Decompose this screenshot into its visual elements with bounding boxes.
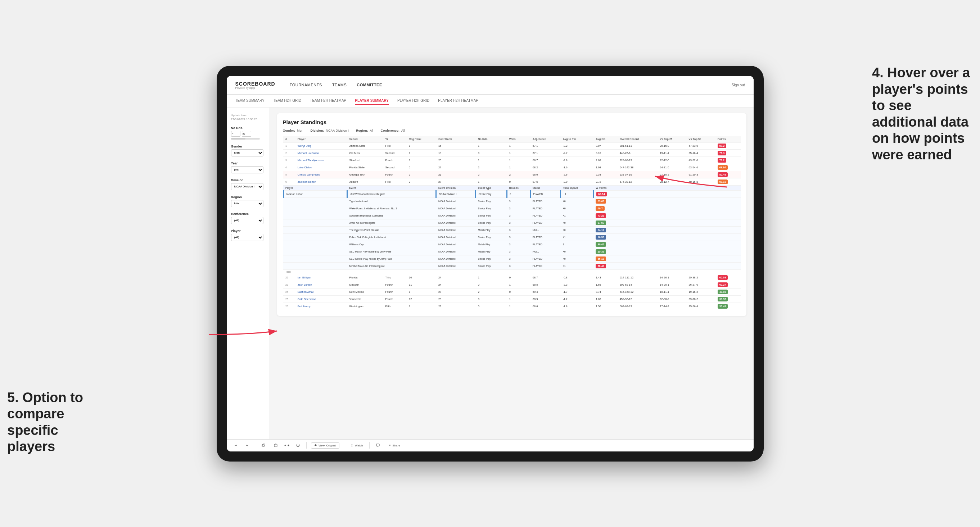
adj-score-cell: 68.0 xyxy=(530,171,561,178)
points-cell[interactable]: 40.02 xyxy=(716,288,741,295)
event-name: Mirabel Maui Jim Intercollegiate xyxy=(347,262,436,270)
toolbar-divider-3 xyxy=(344,442,344,449)
subnav-player-summary[interactable]: PLAYER SUMMARY xyxy=(355,97,389,105)
no-rds-min-input[interactable] xyxy=(231,131,240,137)
copy-button[interactable] xyxy=(259,443,267,448)
nav-committee[interactable]: COMMITTEE xyxy=(357,81,382,89)
overall-cell: 509-62-14 xyxy=(617,281,658,288)
event-wpoints[interactable]: 56.18 xyxy=(593,255,740,262)
table-row: 25 Cole Sherwood Vanderbilt Fourth 12 23… xyxy=(283,295,741,303)
points-cell[interactable]: 36.49 xyxy=(716,303,741,310)
event-status: NULL xyxy=(530,248,561,255)
player-select[interactable]: (All) xyxy=(231,234,263,241)
comment-button[interactable] xyxy=(374,443,382,448)
col-avg-par: Avg to Par xyxy=(561,136,594,143)
col-yr: Yr xyxy=(383,136,407,143)
yr-cell: First xyxy=(383,142,407,149)
event-wpoints[interactable]: 73.23 xyxy=(593,212,740,219)
event-division: NCAA Division I xyxy=(436,248,476,255)
redo-button[interactable]: ↪ xyxy=(243,443,250,448)
player-cell[interactable]: Christo Lamprecht xyxy=(296,171,347,178)
event-division: NCAA Division I xyxy=(436,197,476,205)
event-wpoints[interactable]: 30.47 xyxy=(593,241,740,248)
table-header-row: # Player School Yr Reg Rank Conf Rank No… xyxy=(283,136,741,143)
points-cell[interactable]: 60.27 xyxy=(716,281,741,288)
reg-rank-cell: 11 xyxy=(407,281,436,288)
subnav-team-summary[interactable]: TEAM SUMMARY xyxy=(235,97,265,104)
gender-select[interactable]: Men xyxy=(231,149,263,157)
event-wpoints[interactable]: 37.57 xyxy=(593,219,740,226)
adj-score-cell: 67.1 xyxy=(530,149,561,157)
vs25-cell: 19-11-1 xyxy=(657,149,686,157)
player-cell[interactable]: Cole Sherwood xyxy=(296,295,347,303)
share-button[interactable]: ↗ Share xyxy=(386,443,402,448)
event-division: NCAA Division I xyxy=(436,205,476,212)
subnav-player-h2h-grid[interactable]: PLAYER H2H GRID xyxy=(397,97,430,104)
sign-out-link[interactable]: Sign out xyxy=(732,83,745,87)
subnav-team-h2h-grid[interactable]: TEAM H2H GRID xyxy=(273,97,301,104)
points-cell[interactable]: 88.2 xyxy=(716,142,741,149)
annotation-5: 5. Option to compare specific players xyxy=(7,390,108,455)
vs25-cell: 10-11-1 xyxy=(657,288,686,295)
points-cell[interactable]: 79.2 xyxy=(716,157,741,163)
points-cell[interactable]: 30.95 xyxy=(716,295,741,303)
nav-tournaments[interactable]: TOURNAMENTS xyxy=(290,81,322,89)
avg-sg-cell: 1.68 xyxy=(593,281,617,288)
event-wpoints[interactable]: 25.36 xyxy=(593,248,740,255)
points-cell[interactable]: 60.68 xyxy=(716,274,741,281)
no-rds-label: No Rds. xyxy=(231,126,265,130)
update-time-value: 27/01/2024 16:56:26 xyxy=(231,117,265,121)
no-rds-cell: 2 xyxy=(476,171,507,178)
player-cell[interactable]: Jack Lundin xyxy=(296,281,347,288)
nav-teams[interactable]: TEAMS xyxy=(332,81,347,89)
view-original-button[interactable]: 👁 View: Original xyxy=(311,443,339,449)
player-cell[interactable]: Bastien Amat xyxy=(296,288,347,295)
table-row: 6 Jackson Kohon Auburn First 2 27 1 0 87… xyxy=(283,178,741,185)
reg-rank-cell: 1 xyxy=(407,142,436,149)
player-cell[interactable]: Ian Gilligan xyxy=(296,274,347,281)
event-wpoints[interactable]: 46.7 xyxy=(593,205,740,212)
player-cell[interactable]: Jackson Kohon xyxy=(296,178,347,185)
region-select[interactable]: N/A xyxy=(231,200,263,207)
player-cell[interactable]: Petr Hruby xyxy=(296,303,347,310)
event-wpoints[interactable]: 24.11 xyxy=(593,226,740,233)
points-cell[interactable]: 68.18 xyxy=(716,178,741,185)
clock-button[interactable] xyxy=(294,443,302,448)
reg-rank-cell: 7 xyxy=(407,303,436,310)
event-rounds: 3 xyxy=(507,255,530,262)
event-div-col: Event Division xyxy=(436,185,476,190)
sidebar-division: Division NCAA Division I xyxy=(231,178,265,190)
player-cell[interactable]: Michael La Sasso xyxy=(296,149,347,157)
watch-button[interactable]: ⏱ Watch xyxy=(348,443,365,448)
points-cell[interactable]: 76.3 xyxy=(716,149,741,157)
event-type: Match Play xyxy=(476,226,507,233)
subnav-team-h2h-heatmap[interactable]: TEAM H2H HEATMAP xyxy=(310,97,346,104)
subnav-player-h2h-heatmap[interactable]: PLAYER H2H HEATMAP xyxy=(438,97,478,104)
rank-cell: 4 xyxy=(283,163,296,171)
yr-cell: First xyxy=(383,178,407,185)
event-type: Stroke Play xyxy=(476,255,507,262)
event-wpoints[interactable]: 66.40 xyxy=(593,262,740,270)
filter-region: Region: All xyxy=(356,129,374,132)
event-row: Jackson Kohon UNCW Seahawk Intercollegia… xyxy=(283,190,741,197)
conference-select[interactable]: (All) xyxy=(231,217,263,224)
avg-sg-cell: 1.65 xyxy=(593,295,617,303)
year-select[interactable]: (All) xyxy=(231,166,263,173)
event-wpoints[interactable]: 16.50 xyxy=(593,233,740,241)
points-cell[interactable]: 68.94 xyxy=(716,163,741,171)
undo-button[interactable]: ↩ xyxy=(232,443,239,448)
copy-icon xyxy=(262,444,265,447)
player-cell[interactable]: Wenyi Ding xyxy=(296,142,347,149)
division-select[interactable]: NCAA Division I xyxy=(231,183,263,190)
event-wpoints[interactable]: 53.60 xyxy=(593,197,740,205)
event-player xyxy=(283,233,347,241)
no-rds-max-input[interactable] xyxy=(242,131,251,137)
player-cell[interactable]: Luke Claton xyxy=(296,163,347,171)
player-cell[interactable]: Michael Thorbjornsen xyxy=(296,157,347,163)
player-label: Player xyxy=(231,229,265,233)
no-rds-slider[interactable] xyxy=(231,138,260,140)
paste-button[interactable] xyxy=(272,443,280,448)
event-wpoints[interactable]: 60.64 xyxy=(593,190,740,197)
conf-rank-cell: 23 xyxy=(436,303,476,310)
points-cell[interactable]: 80.49 xyxy=(716,171,741,178)
